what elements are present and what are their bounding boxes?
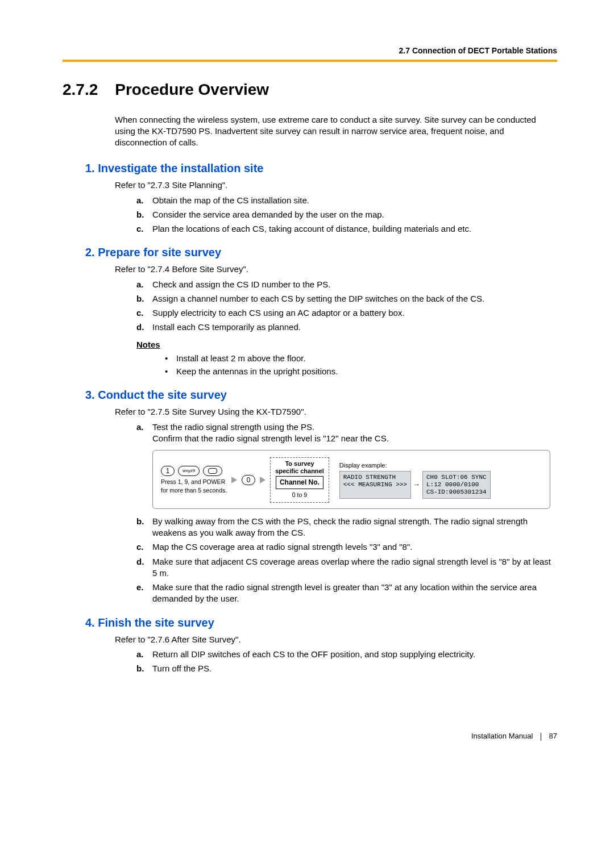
channel-dashed-box: To survey specific channel Channel No. 0… (270, 457, 329, 503)
key-1: 1 (161, 466, 175, 476)
step2-list: a.Check and assign the CS ID number to t… (136, 279, 557, 333)
step-heading-2: 2. Prepare for site survey (85, 245, 557, 260)
step1-list: a.Obtain the map of the CS installation … (136, 195, 557, 235)
notes-label: Notes (136, 339, 557, 350)
step-heading-1: 1. Investigate the installation site (85, 161, 557, 176)
section-header: 2.7 Connection of DECT Portable Stations (63, 45, 557, 56)
arrow-right-icon: → (413, 480, 420, 489)
power-key (203, 466, 222, 476)
intro-paragraph: When connecting the wireless system, use… (115, 114, 557, 149)
step4-refer: Refer to "2.7.6 After Site Survey". (115, 634, 557, 645)
footer-manual: Installation Manual (471, 732, 533, 740)
display-left: RADIO STRENGTH <<< MEASURING >>> (339, 471, 411, 499)
section-number: 2.7.2 (63, 81, 98, 98)
footer-divider (541, 733, 541, 741)
channel-no-box: Channel No. (276, 476, 323, 489)
hold-caption: Press 1, 9, and POWER for more than 5 se… (161, 478, 227, 494)
section-title-text: Procedure Overview (115, 81, 269, 98)
page-title: 2.7.2Procedure Overview (63, 79, 557, 101)
survey-diagram: 1 wxyz9 Press 1, 9, and POWER for more t… (152, 450, 550, 509)
step3-list-a: a.Test the radio signal strength using t… (136, 422, 557, 445)
step2-refer: Refer to "2.7.4 Before Site Survey". (115, 264, 557, 275)
step-heading-3: 3. Conduct the site survey (85, 387, 557, 403)
step4-list: a.Return all DIP switches of each CS to … (136, 649, 557, 675)
page-footer: Installation Manual 87 (63, 731, 557, 741)
display-right: CH0 SLOT:06 SYNC L:12 0000/0100 CS-ID:90… (422, 471, 491, 499)
step-heading-4: 4. Finish the site survey (85, 615, 557, 631)
arrow-icon (231, 477, 237, 483)
display-example: Display example: RADIO STRENGTH <<< MEAS… (339, 461, 491, 499)
key-0: 0 (242, 475, 255, 485)
header-rule (63, 60, 557, 62)
key-9: wxyz9 (178, 466, 200, 476)
footer-page: 87 (549, 732, 557, 740)
notes-list: Install at least 2 m above the floor. Ke… (165, 353, 557, 378)
step3-refer: Refer to "2.7.5 Site Survey Using the KX… (115, 406, 557, 418)
step3-list-b: b.By walking away from the CS with the P… (136, 516, 557, 605)
arrow-icon (260, 477, 265, 483)
step1-refer: Refer to "2.7.3 Site Planning". (115, 180, 557, 191)
